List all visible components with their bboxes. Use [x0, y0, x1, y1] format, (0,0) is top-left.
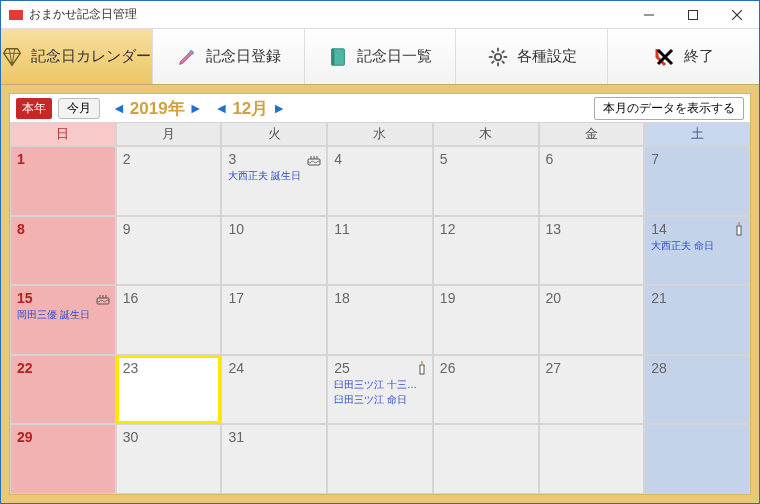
- calendar-cell[interactable]: 14大西正夫 命日: [644, 216, 750, 286]
- event-label: 岡田三優 誕生日: [17, 308, 109, 321]
- calendar-cell[interactable]: 12: [433, 216, 539, 286]
- tab-label: 記念日登録: [206, 47, 281, 66]
- calendar-cell[interactable]: 5: [433, 146, 539, 216]
- calendar-cell[interactable]: [433, 424, 539, 494]
- day-number: 11: [334, 221, 426, 237]
- calendar-cell[interactable]: 29: [10, 424, 116, 494]
- calendar-cell[interactable]: 18: [327, 285, 433, 355]
- calendar-cell[interactable]: 7: [644, 146, 750, 216]
- calendar-cell[interactable]: [644, 424, 750, 494]
- day-number: 5: [440, 151, 532, 167]
- calendar-toolbar: 本年 今月 ◄ 2019年 ► ◄ 12月 ► 本月のデータを表示する: [10, 94, 750, 122]
- calendar-cell[interactable]: 16: [116, 285, 222, 355]
- app-icon: [9, 10, 23, 20]
- minimize-icon: [644, 10, 654, 20]
- year-nav: ◄ 2019年 ►: [112, 97, 203, 120]
- calendar-cell[interactable]: 26: [433, 355, 539, 425]
- day-number: 24: [228, 360, 320, 376]
- diamond-icon: [1, 46, 23, 68]
- svg-line-14: [502, 50, 505, 53]
- calendar-cell[interactable]: 1: [10, 146, 116, 216]
- svg-rect-1: [689, 10, 698, 19]
- calendar-cell[interactable]: 28: [644, 355, 750, 425]
- day-number: 31: [228, 429, 320, 445]
- this-month-button[interactable]: 今月: [58, 98, 100, 119]
- calendar-cell[interactable]: 4: [327, 146, 433, 216]
- svg-rect-21: [737, 226, 741, 235]
- calendar-cell[interactable]: 15岡田三優 誕生日: [10, 285, 116, 355]
- tab-4[interactable]: 終了: [608, 29, 759, 84]
- tab-0[interactable]: 記念日カレンダー: [1, 29, 153, 84]
- close-icon: [732, 10, 742, 20]
- tab-label: 各種設定: [517, 47, 577, 66]
- calendar-cell[interactable]: 10: [221, 216, 327, 286]
- calendar-cell[interactable]: 2: [116, 146, 222, 216]
- day-number: 9: [123, 221, 215, 237]
- weekday-header: 日: [10, 122, 116, 146]
- weekday-header: 月: [116, 122, 222, 146]
- calendar-cell[interactable]: [327, 424, 433, 494]
- calendar-cell[interactable]: 8: [10, 216, 116, 286]
- day-number: 16: [123, 290, 215, 306]
- day-number: 29: [17, 429, 109, 445]
- window-title: おまかせ記念日管理: [29, 6, 627, 23]
- body-wrap: 本年 今月 ◄ 2019年 ► ◄ 12月 ► 本月のデータを表示する 日月火水…: [1, 85, 759, 503]
- minimize-button[interactable]: [627, 1, 671, 29]
- gear-icon: [487, 46, 509, 68]
- calendar-cell[interactable]: 25臼田三ツ江 十三回忌臼田三ツ江 命日: [327, 355, 433, 425]
- tab-2[interactable]: 記念日一覧: [305, 29, 457, 84]
- calendar-cell[interactable]: 31: [221, 424, 327, 494]
- calendar-cell[interactable]: 27: [539, 355, 645, 425]
- month-label: 12月: [232, 97, 268, 120]
- cake-icon: [95, 290, 111, 306]
- calendar-cell[interactable]: 6: [539, 146, 645, 216]
- calendar-cell[interactable]: 22: [10, 355, 116, 425]
- month-prev-button[interactable]: ◄: [215, 101, 229, 115]
- day-number: 8: [17, 221, 109, 237]
- calendar-cell[interactable]: 19: [433, 285, 539, 355]
- calendar-cell[interactable]: 30: [116, 424, 222, 494]
- tab-1[interactable]: 記念日登録: [153, 29, 305, 84]
- day-number: 7: [651, 151, 743, 167]
- day-number: 4: [334, 151, 426, 167]
- year-label: 2019年: [130, 97, 185, 120]
- show-month-data-button[interactable]: 本月のデータを表示する: [594, 97, 744, 120]
- svg-line-11: [491, 50, 494, 53]
- year-next-button[interactable]: ►: [189, 101, 203, 115]
- maximize-button[interactable]: [671, 1, 715, 29]
- svg-point-6: [495, 53, 501, 59]
- event-label: 大西正夫 命日: [651, 239, 743, 252]
- calendar-cell[interactable]: [539, 424, 645, 494]
- svg-line-13: [491, 60, 494, 63]
- day-number: 10: [228, 221, 320, 237]
- month-next-button[interactable]: ►: [272, 101, 286, 115]
- calendar-cell[interactable]: 9: [116, 216, 222, 286]
- day-number: 20: [546, 290, 638, 306]
- tab-label: 記念日一覧: [357, 47, 432, 66]
- calendar-grid: 日月火水木金土123大西正夫 誕生日4567891011121314大西正夫 命…: [10, 122, 750, 494]
- calendar-cell[interactable]: 3大西正夫 誕生日: [221, 146, 327, 216]
- day-number: 13: [546, 221, 638, 237]
- day-number: 30: [123, 429, 215, 445]
- calendar-cell[interactable]: 11: [327, 216, 433, 286]
- tab-label: 終了: [684, 47, 714, 66]
- main-tabs: 記念日カレンダー記念日登録記念日一覧各種設定終了: [1, 29, 759, 85]
- calendar-cell[interactable]: 13: [539, 216, 645, 286]
- weekday-header: 金: [539, 122, 645, 146]
- year-prev-button[interactable]: ◄: [112, 101, 126, 115]
- calendar-cell[interactable]: 23: [116, 355, 222, 425]
- calendar-cell[interactable]: 24: [221, 355, 327, 425]
- day-number: 1: [17, 151, 109, 167]
- day-number: 25: [334, 360, 426, 376]
- calendar-cell[interactable]: 17: [221, 285, 327, 355]
- event-label: 大西正夫 誕生日: [228, 169, 320, 182]
- close-window-button[interactable]: [715, 1, 759, 29]
- day-number: 22: [17, 360, 109, 376]
- calendar-cell[interactable]: 20: [539, 285, 645, 355]
- tab-3[interactable]: 各種設定: [456, 29, 608, 84]
- event-label: 臼田三ツ江 命日: [334, 393, 426, 406]
- month-nav: ◄ 12月 ►: [215, 97, 287, 120]
- calendar-cell[interactable]: 21: [644, 285, 750, 355]
- day-number: 19: [440, 290, 532, 306]
- candle-icon: [416, 360, 428, 376]
